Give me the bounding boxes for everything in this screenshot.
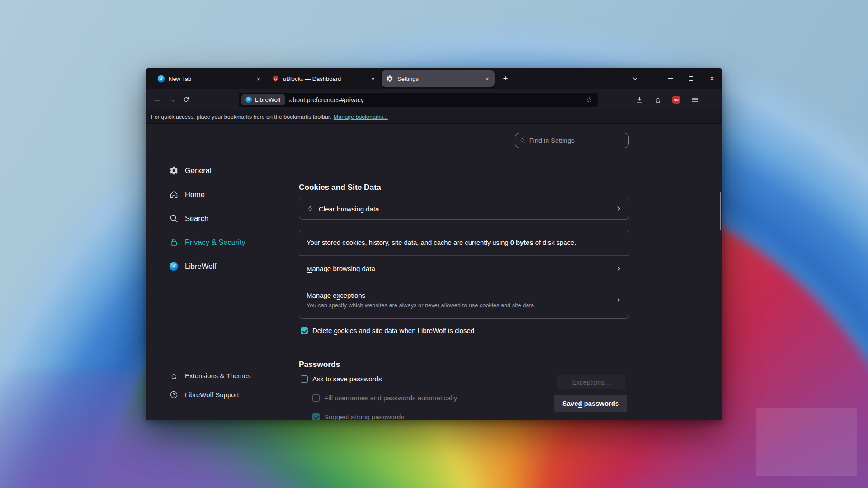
fill-usernames-row[interactable]: Fill usernames and passwords automatical… <box>312 394 457 402</box>
ublock-favicon-icon <box>272 75 279 83</box>
page-scrollbar-thumb[interactable] <box>720 192 721 230</box>
bookmark-star-icon[interactable]: ☆ <box>583 95 595 104</box>
chevron-right-icon <box>615 266 622 272</box>
cookies-section-heading: Cookies and Site Data <box>299 183 381 192</box>
ublock-toolbar-button[interactable]: ub <box>669 93 684 107</box>
sidebar-item-librewolf[interactable]: LibreWolf <box>169 257 216 275</box>
toolbar-right-icons: ub <box>632 93 702 107</box>
saved-passwords-button[interactable]: Saved passwords <box>554 395 627 412</box>
tab-new-tab[interactable]: New Tab × <box>153 70 266 87</box>
suggest-strong-passwords-row[interactable]: Suggest strong passwords <box>312 413 404 420</box>
new-tab-button[interactable]: + <box>499 72 512 85</box>
app-menu-button[interactable] <box>688 93 702 107</box>
librewolf-favicon-icon <box>157 75 165 83</box>
sidebar-label: LibreWolf Support <box>185 391 239 399</box>
tab-close-icon[interactable]: × <box>483 74 492 83</box>
settings-page: General Home Search Privacy & Security <box>146 124 722 420</box>
tab-label: uBlock₀ — Dashboard <box>283 75 368 82</box>
cookies-group-card: Your stored cookies, history, site data,… <box>299 230 629 319</box>
lock-icon <box>169 238 179 247</box>
navigation-toolbar: ← → LibreWolf about:preferences#privacy … <box>146 89 722 110</box>
tab-close-icon[interactable]: × <box>368 74 377 83</box>
window-close-button[interactable]: × <box>702 68 722 89</box>
manage-exceptions-description: You can specify which websites are alway… <box>307 302 536 309</box>
librewolf-logo-icon <box>169 262 179 271</box>
sidebar-item-privacy-security[interactable]: Privacy & Security <box>169 233 245 251</box>
downloads-button[interactable] <box>632 93 646 107</box>
hamburger-menu-icon <box>691 96 698 103</box>
sidebar-item-search[interactable]: Search <box>169 209 208 227</box>
sidebar-label: General <box>185 166 212 175</box>
privacy-settings-main: Cookies and Site Data Clear browsing dat… <box>299 124 629 420</box>
suggest-strong-passwords-label: Suggest strong passwords <box>324 413 404 420</box>
gear-favicon-icon <box>386 75 394 83</box>
checkbox-unchecked-disabled-icon[interactable] <box>312 394 320 402</box>
tab-strip: New Tab × uBlock₀ — Dashboard × Settings… <box>146 68 722 89</box>
sidebar-label: Privacy & Security <box>185 238 245 247</box>
window-maximize-button[interactable] <box>681 68 702 89</box>
sidebar-item-extensions-themes[interactable]: Extensions & Themes <box>169 366 251 385</box>
manage-browsing-data-row[interactable]: Manage browsing data <box>299 255 629 282</box>
home-icon <box>169 190 179 199</box>
chevron-right-icon <box>615 206 622 212</box>
sidebar-item-home[interactable]: Home <box>169 185 205 203</box>
puzzle-icon <box>654 96 662 103</box>
ask-to-save-passwords-label: Ask to save passwords <box>312 375 382 383</box>
clear-browsing-data-label: Clear browsing data <box>319 205 379 213</box>
manage-exceptions-label: Manage exceptions <box>307 291 536 299</box>
puzzle-icon <box>169 371 179 380</box>
url-bar[interactable]: LibreWolf about:preferences#privacy ☆ <box>239 93 598 107</box>
storage-usage-text: Your stored cookies, history, site data,… <box>307 239 576 246</box>
checkbox-checked-icon[interactable] <box>301 327 308 334</box>
chevron-right-icon <box>615 297 622 303</box>
download-icon <box>636 96 643 103</box>
clear-browsing-data-row[interactable]: Clear browsing data <box>299 198 629 220</box>
maximize-icon <box>689 76 693 81</box>
delete-cookies-on-close-row[interactable]: Delete cookies and site data when LibreW… <box>301 327 474 334</box>
back-button[interactable]: ← <box>150 93 165 107</box>
exceptions-button[interactable]: Exceptions... <box>557 375 625 389</box>
manage-bookmarks-link[interactable]: Manage bookmarks... <box>334 114 388 120</box>
tab-settings-active[interactable]: Settings × <box>382 70 495 87</box>
exceptions-button-label: Exceptions... <box>572 379 609 386</box>
tab-label: New Tab <box>169 75 254 82</box>
checkbox-checked-disabled-icon[interactable] <box>312 413 320 420</box>
window-minimize-button[interactable] <box>660 68 681 89</box>
tab-ublock-dashboard[interactable]: uBlock₀ — Dashboard × <box>267 70 380 87</box>
checkbox-unchecked-icon[interactable] <box>301 375 308 383</box>
identity-chip-label: LibreWolf <box>255 96 281 103</box>
titlebar-right-controls: × <box>627 68 722 89</box>
tab-close-icon[interactable]: × <box>254 74 263 83</box>
tab-label: Settings <box>397 75 483 82</box>
url-text[interactable]: about:preferences#privacy <box>289 96 583 103</box>
desktop-wallpaper: New Tab × uBlock₀ — Dashboard × Settings… <box>0 0 868 488</box>
list-all-tabs-button[interactable] <box>627 71 644 86</box>
forward-button[interactable]: → <box>165 93 179 107</box>
librewolf-identity-icon <box>245 96 252 103</box>
extensions-button[interactable] <box>651 93 665 107</box>
browser-window: New Tab × uBlock₀ — Dashboard × Settings… <box>146 68 722 420</box>
manage-exceptions-row[interactable]: Manage exceptions You can specify which … <box>299 282 629 318</box>
sidebar-item-general[interactable]: General <box>169 161 212 179</box>
chevron-down-icon <box>632 75 638 82</box>
sidebar-label: LibreWolf <box>185 262 216 271</box>
flame-icon <box>307 205 314 212</box>
desktop-overlay-rectangle <box>756 408 857 476</box>
passwords-section-heading: Passwords <box>299 360 340 369</box>
bookmarks-toolbar: For quick access, place your bookmarks h… <box>146 110 722 124</box>
delete-cookies-on-close-label: Delete cookies and site data when LibreW… <box>312 327 474 334</box>
minimize-icon <box>668 78 673 79</box>
sidebar-label: Extensions & Themes <box>185 372 251 380</box>
reload-button[interactable] <box>179 93 193 107</box>
ublock-icon: ub <box>672 96 680 104</box>
ask-to-save-passwords-row[interactable]: Ask to save passwords <box>301 375 382 383</box>
gear-icon <box>169 166 179 175</box>
sidebar-label: Search <box>185 214 208 223</box>
search-icon <box>169 214 179 223</box>
fill-usernames-label: Fill usernames and passwords automatical… <box>324 394 457 402</box>
sidebar-item-librewolf-support[interactable]: LibreWolf Support <box>169 385 239 404</box>
identity-chip[interactable]: LibreWolf <box>241 94 285 105</box>
saved-passwords-button-label: Saved passwords <box>562 400 619 407</box>
reload-icon <box>183 96 190 103</box>
help-question-icon <box>169 390 179 399</box>
